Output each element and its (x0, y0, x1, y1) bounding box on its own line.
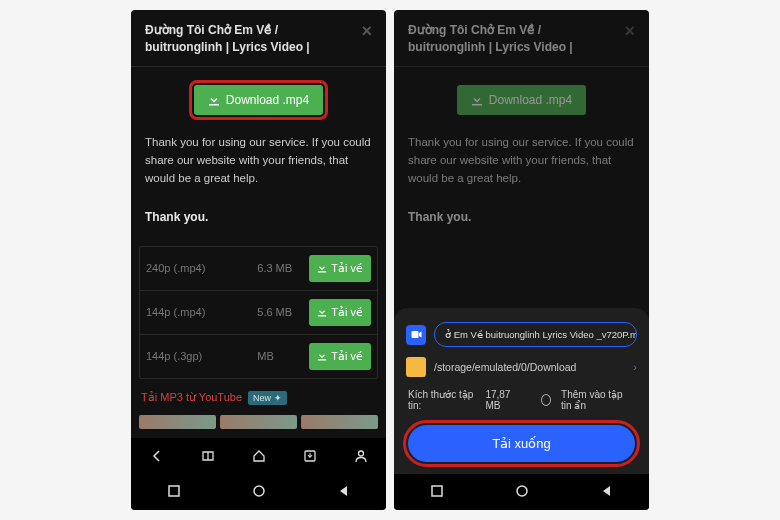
thank-you: Thank you. (131, 196, 386, 240)
profile-icon[interactable] (353, 448, 369, 464)
table-row: 144p (.mp4) 5.6 MB Tải về (140, 291, 377, 335)
tabs-icon[interactable] (200, 448, 216, 464)
svg-point-1 (358, 451, 363, 456)
download-row-button[interactable]: Tải về (309, 299, 371, 326)
svg-point-3 (254, 486, 264, 496)
thank-you: Thank you. (394, 196, 649, 240)
size-label: 5.6 MB (257, 306, 309, 318)
back-icon[interactable] (149, 448, 165, 464)
system-nav-bar (131, 474, 386, 510)
size-label: MB (257, 350, 309, 362)
table-row: 144p (.3gp) MB Tải về (140, 335, 377, 378)
filename-input[interactable]: ở Em Về buitruonglinh Lyrics Video _v720… (434, 322, 637, 347)
path-row[interactable]: /storage/emulated/0/Download › (406, 357, 637, 377)
format-label: 144p (.mp4) (146, 306, 257, 318)
format-label: 240p (.mp4) (146, 262, 257, 274)
phone-left: Đường Tôi Chở Em Về / buitruonglinh | Ly… (131, 10, 386, 510)
format-label: 144p (.3gp) (146, 350, 257, 362)
table-row: 240p (.mp4) 6.3 MB Tải về (140, 247, 377, 291)
modal-title: Đường Tôi Chở Em Về / buitruonglinh | Ly… (408, 22, 616, 56)
download-icon (471, 94, 483, 106)
recents-icon[interactable] (167, 484, 181, 498)
folder-icon (406, 357, 426, 377)
download-sheet: ở Em Về buitruonglinh Lyrics Video _v720… (394, 308, 649, 474)
confirm-download-button[interactable]: Tải xuống (408, 425, 635, 462)
svg-rect-2 (169, 486, 179, 496)
new-badge: New ✦ (248, 391, 287, 405)
download-btn-label: Download .mp4 (226, 93, 309, 107)
svg-rect-5 (432, 486, 442, 496)
modal-header: Đường Tôi Chở Em Về / buitruonglinh | Ly… (394, 10, 649, 67)
thumbnail[interactable] (139, 415, 216, 429)
modal-title: Đường Tôi Chở Em Về / buitruonglinh | Ly… (145, 22, 353, 56)
download-icon (317, 263, 327, 273)
formats-table: 240p (.mp4) 6.3 MB Tải về 144p (.mp4) 5.… (139, 246, 378, 379)
download-row-button[interactable]: Tải về (309, 343, 371, 370)
close-icon[interactable]: × (616, 22, 635, 56)
home-icon[interactable] (251, 448, 267, 464)
size-value: 17,87 MB (485, 389, 520, 411)
filename-row: ở Em Về buitruonglinh Lyrics Video _v720… (406, 322, 637, 347)
chevron-right-icon: › (633, 361, 637, 373)
download-icon (317, 307, 327, 317)
svg-rect-4 (411, 331, 418, 338)
phone-right: Đường Tôi Chở Em Về / buitruonglinh | Ly… (394, 10, 649, 510)
size-row: Kích thước tập tin: 17,87 MB Thêm vào tậ… (406, 387, 637, 413)
radio-icon[interactable] (541, 394, 551, 406)
home-icon[interactable] (515, 484, 529, 498)
recents-icon[interactable] (430, 484, 444, 498)
video-icon (406, 325, 426, 345)
mp3-youtube-link[interactable]: Tải MP3 từ YouTube New ✦ (131, 379, 386, 411)
back-icon[interactable] (337, 484, 351, 498)
download-icon (208, 94, 220, 106)
download-btn-label: Download .mp4 (489, 93, 572, 107)
download-mp4-button[interactable]: Download .mp4 (457, 85, 586, 115)
home-icon[interactable] (252, 484, 266, 498)
download-row-button[interactable]: Tải về (309, 255, 371, 282)
thumbnails (131, 411, 386, 431)
thumbnail[interactable] (220, 415, 297, 429)
modal-header: Đường Tôi Chở Em Về / buitruonglinh | Ly… (131, 10, 386, 67)
download-icon (317, 351, 327, 361)
download-mp4-button[interactable]: Download .mp4 (194, 85, 323, 115)
size-label: Kích thước tập tin: (408, 389, 475, 411)
thumbnail[interactable] (301, 415, 378, 429)
close-icon[interactable]: × (353, 22, 372, 56)
downloads-icon[interactable] (302, 448, 318, 464)
hide-file-label: Thêm vào tập tin ẩn (561, 389, 635, 411)
back-icon[interactable] (600, 484, 614, 498)
browser-nav-bar (131, 438, 386, 474)
thank-message: Thank you for using our service. If you … (131, 125, 386, 196)
size-label: 6.3 MB (257, 262, 309, 274)
thank-message: Thank you for using our service. If you … (394, 125, 649, 196)
svg-point-6 (517, 486, 527, 496)
path-label: /storage/emulated/0/Download (434, 357, 625, 377)
system-nav-bar (394, 474, 649, 510)
